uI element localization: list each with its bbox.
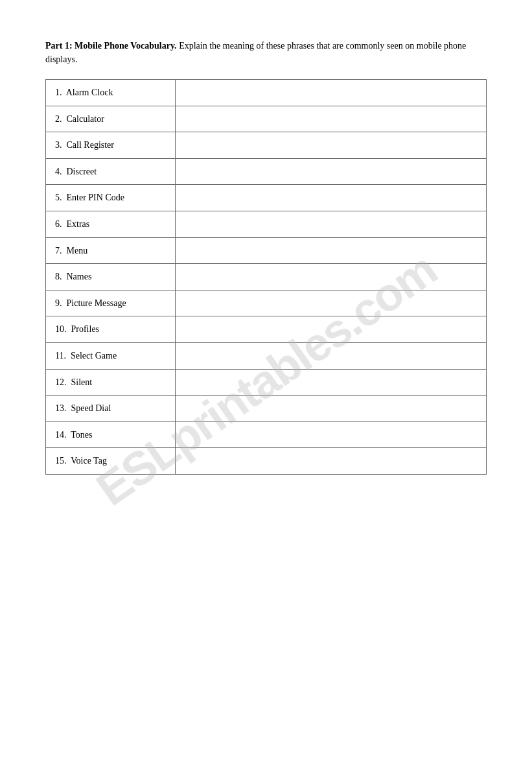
term-cell: 15. Voice Tag: [46, 448, 176, 475]
term-cell: 14. Tones: [46, 421, 176, 448]
table-row: 2. Calculator: [46, 106, 487, 132]
table-row: 15. Voice Tag: [46, 448, 487, 475]
term-cell: 12. Silent: [46, 369, 176, 396]
answer-cell[interactable]: [176, 132, 487, 159]
table-row: 13. Speed Dial: [46, 396, 487, 422]
answer-cell[interactable]: [176, 211, 487, 237]
answer-cell[interactable]: [176, 290, 487, 316]
term-cell: 1. Alarm Clock: [46, 80, 176, 106]
table-row: 3. Call Register: [46, 132, 487, 159]
answer-cell[interactable]: [176, 80, 487, 106]
table-row: 6. Extras: [46, 211, 487, 237]
table-row: 10. Profiles: [46, 316, 487, 343]
answer-cell[interactable]: [176, 185, 487, 211]
table-row: 14. Tones: [46, 421, 487, 448]
table-row: 7. Menu: [46, 237, 487, 264]
term-cell: 9. Picture Message: [46, 290, 176, 316]
term-cell: 8. Names: [46, 264, 176, 290]
term-cell: 2. Calculator: [46, 106, 176, 132]
table-row: 5. Enter PIN Code: [46, 185, 487, 211]
term-cell: 6. Extras: [46, 211, 176, 237]
answer-cell[interactable]: [176, 316, 487, 343]
intro-bold: Part 1: Mobile Phone Vocabulary.: [45, 41, 177, 51]
term-cell: 4. Discreet: [46, 158, 176, 185]
table-row: 8. Names: [46, 264, 487, 290]
answer-cell[interactable]: [176, 448, 487, 475]
term-cell: 7. Menu: [46, 237, 176, 264]
answer-cell[interactable]: [176, 264, 487, 290]
answer-cell[interactable]: [176, 421, 487, 448]
table-row: 4. Discreet: [46, 158, 487, 185]
answer-cell[interactable]: [176, 342, 487, 369]
answer-cell[interactable]: [176, 369, 487, 396]
answer-cell[interactable]: [176, 158, 487, 185]
term-cell: 11. Select Game: [46, 342, 176, 369]
term-cell: 3. Call Register: [46, 132, 176, 159]
term-cell: 10. Profiles: [46, 316, 176, 343]
vocabulary-table: 1. Alarm Clock2. Calculator3. Call Regis…: [45, 79, 487, 475]
table-row: 11. Select Game: [46, 342, 487, 369]
answer-cell[interactable]: [176, 396, 487, 422]
table-row: 1. Alarm Clock: [46, 80, 487, 106]
answer-cell[interactable]: [176, 237, 487, 264]
table-row: 9. Picture Message: [46, 290, 487, 316]
term-cell: 13. Speed Dial: [46, 396, 176, 422]
answer-cell[interactable]: [176, 106, 487, 132]
intro-paragraph: Part 1: Mobile Phone Vocabulary. Explain…: [45, 39, 487, 66]
table-row: 12. Silent: [46, 369, 487, 396]
term-cell: 5. Enter PIN Code: [46, 185, 176, 211]
